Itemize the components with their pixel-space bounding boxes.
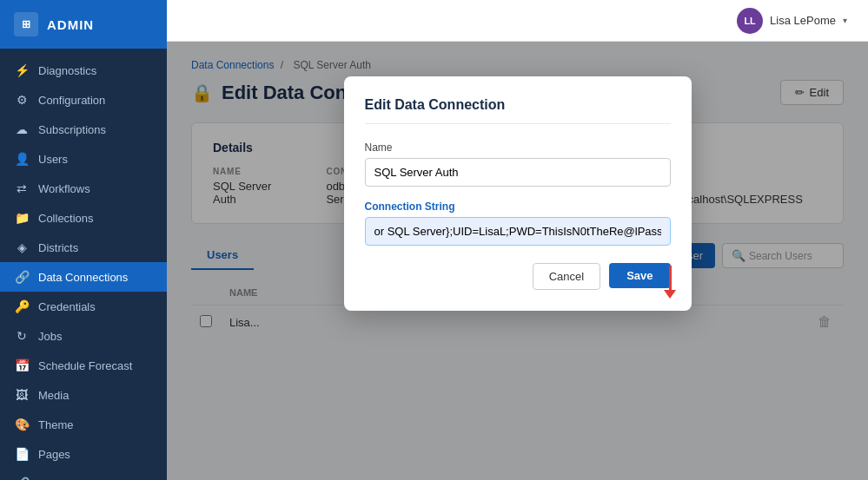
modal-title: Edit Data Connection xyxy=(365,97,671,124)
sidebar: ⊞ ADMIN ⚡ Diagnostics ⚙ Configuration ☁ … xyxy=(0,0,167,480)
sidebar-item-label: Districts xyxy=(38,241,78,254)
user-badge[interactable]: LL Lisa LePome ▾ xyxy=(737,8,847,34)
sidebar-item-links[interactable]: 🔗 Links xyxy=(0,469,167,480)
modal-name-label: Name xyxy=(365,141,671,154)
sidebar-item-diagnostics[interactable]: ⚡ Diagnostics xyxy=(0,56,167,85)
schedule-forecast-icon: 📅 xyxy=(14,358,30,372)
sidebar-title: ADMIN xyxy=(47,17,94,32)
arrow-shaft xyxy=(669,266,672,290)
sidebar-item-districts[interactable]: ◈ Districts xyxy=(0,233,167,262)
modal-overlay: Edit Data Connection Name Connection Str… xyxy=(167,42,868,480)
configuration-icon: ⚙ xyxy=(14,93,30,107)
collections-icon: 📁 xyxy=(14,211,30,225)
credentials-icon: 🔑 xyxy=(14,299,30,313)
sidebar-nav: ⚡ Diagnostics ⚙ Configuration ☁ Subscrip… xyxy=(0,49,167,480)
cancel-button[interactable]: Cancel xyxy=(533,263,600,290)
user-name: Lisa LePome xyxy=(770,14,836,27)
data-connections-icon: 🔗 xyxy=(14,270,30,284)
theme-icon: 🎨 xyxy=(14,418,30,431)
media-icon: 🖼 xyxy=(14,388,30,402)
sidebar-item-label: Jobs xyxy=(38,330,62,343)
sidebar-item-workflows[interactable]: ⇄ Workflows xyxy=(0,174,167,203)
sidebar-item-pages[interactable]: 📄 Pages xyxy=(0,439,167,469)
arrow-head xyxy=(664,290,676,299)
sidebar-item-label: Configuration xyxy=(38,94,105,107)
sidebar-item-data-connections[interactable]: 🔗 Data Connections xyxy=(0,262,167,292)
page-content: Data Connections / SQL Server Auth 🔒 Edi… xyxy=(167,42,868,480)
save-button[interactable]: Save xyxy=(609,263,670,288)
sidebar-item-label: Data Connections xyxy=(38,271,128,284)
modal-connection-input[interactable] xyxy=(365,217,671,246)
users-icon: 👤 xyxy=(14,152,30,166)
modal: Edit Data Connection Name Connection Str… xyxy=(344,76,692,311)
modal-connection-field: Connection String xyxy=(365,201,671,246)
arrow-indicator xyxy=(664,266,676,299)
sidebar-item-schedule-forecast[interactable]: 📅 Schedule Forecast xyxy=(0,351,167,380)
pages-icon: 📄 xyxy=(14,447,30,461)
chevron-down-icon: ▾ xyxy=(843,16,847,25)
topbar: LL Lisa LePome ▾ xyxy=(167,0,868,42)
sidebar-item-label: Theme xyxy=(38,418,73,431)
sidebar-item-configuration[interactable]: ⚙ Configuration xyxy=(0,85,167,115)
sidebar-item-label: Links xyxy=(38,477,64,481)
districts-icon: ◈ xyxy=(14,240,30,254)
subscriptions-icon: ☁ xyxy=(14,122,30,136)
sidebar-item-label: Credentials xyxy=(38,300,96,313)
sidebar-item-label: Diagnostics xyxy=(38,64,96,77)
jobs-icon: ↻ xyxy=(14,329,30,343)
sidebar-item-label: Workflows xyxy=(38,182,90,195)
sidebar-item-credentials[interactable]: 🔑 Credentials xyxy=(0,292,167,321)
sidebar-header: ⊞ ADMIN xyxy=(0,0,167,49)
workflows-icon: ⇄ xyxy=(14,181,30,195)
diagnostics-icon: ⚡ xyxy=(14,63,30,77)
sidebar-item-label: Schedule Forecast xyxy=(38,359,132,372)
sidebar-item-users[interactable]: 👤 Users xyxy=(0,144,167,174)
sidebar-item-label: Pages xyxy=(38,448,70,461)
sidebar-item-jobs[interactable]: ↻ Jobs xyxy=(0,321,167,351)
sidebar-item-collections[interactable]: 📁 Collections xyxy=(0,203,167,233)
modal-name-input[interactable] xyxy=(365,158,671,187)
modal-actions: Cancel Save xyxy=(365,263,671,290)
modal-connection-label: Connection String xyxy=(365,201,671,213)
sidebar-item-media[interactable]: 🖼 Media xyxy=(0,380,167,410)
modal-name-field: Name xyxy=(365,141,671,187)
sidebar-item-label: Media xyxy=(38,389,69,402)
sidebar-item-label: Collections xyxy=(38,212,94,225)
sidebar-logo: ⊞ xyxy=(14,12,38,36)
sidebar-item-label: Users xyxy=(38,153,68,166)
links-icon: 🔗 xyxy=(14,477,30,480)
sidebar-item-theme[interactable]: 🎨 Theme xyxy=(0,410,167,439)
sidebar-item-subscriptions[interactable]: ☁ Subscriptions xyxy=(0,115,167,144)
avatar: LL xyxy=(737,8,763,34)
sidebar-item-label: Subscriptions xyxy=(38,123,106,136)
main-content: LL Lisa LePome ▾ Data Connections / SQL … xyxy=(167,0,868,480)
